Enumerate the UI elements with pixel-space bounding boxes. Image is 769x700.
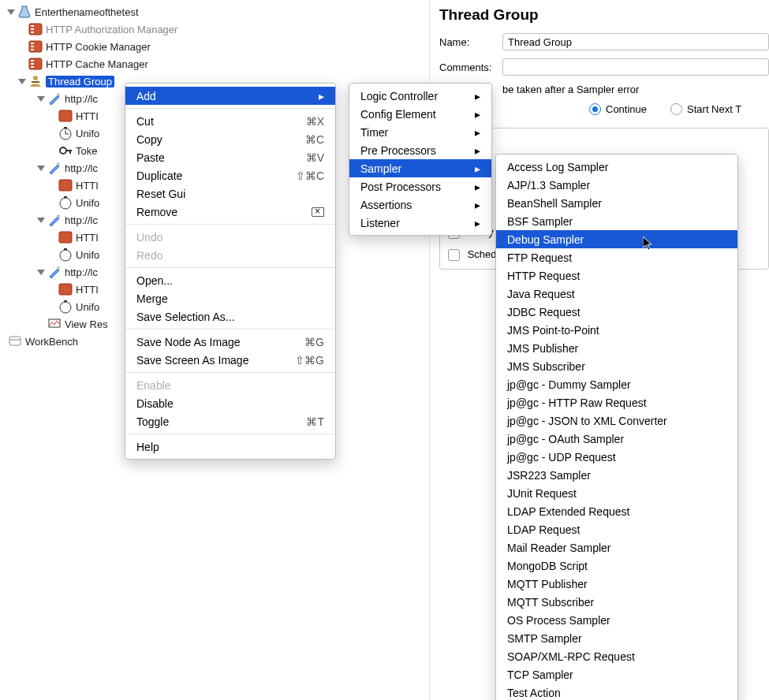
- chevron-down-icon[interactable]: [6, 7, 16, 17]
- chevron-down-icon[interactable]: [36, 94, 46, 103]
- menu-remove[interactable]: Remove: [125, 203, 335, 221]
- menu-save-node-image[interactable]: Save Node As Image⌘G: [125, 333, 335, 351]
- menu-post-processors[interactable]: Post Processors▸: [349, 177, 491, 195]
- menu-jpgc-json-xml[interactable]: jp@gc - JSON to XML Converter: [496, 411, 737, 430]
- shortcut: ⇧⌘G: [295, 354, 324, 367]
- svg-point-37: [57, 266, 60, 270]
- menu-jms-publisher[interactable]: JMS Publisher: [496, 339, 737, 357]
- svg-rect-38: [59, 284, 72, 295]
- svg-rect-18: [59, 110, 72, 121]
- comments-input[interactable]: [502, 58, 769, 76]
- tree-item[interactable]: HTTP Cookie Manager: [3, 38, 429, 55]
- menu-timer[interactable]: Timer▸: [349, 123, 491, 141]
- sampler-icon: [47, 91, 62, 106]
- menu-http-request[interactable]: HTTP Request: [496, 266, 737, 285]
- menu-soap-xmlrpc[interactable]: SOAP/XML-RPC Request: [496, 647, 737, 665]
- menu-ajp-sampler[interactable]: AJP/1.3 Sampler: [496, 176, 737, 194]
- menu-smtp-sampler[interactable]: SMTP Sampler: [496, 629, 737, 647]
- menu-beanshell-sampler[interactable]: BeanShell Sampler: [496, 194, 737, 212]
- name-input[interactable]: [502, 33, 769, 50]
- radio-label: Start Next T: [687, 103, 741, 115]
- menu-jms-subscriber[interactable]: JMS Subscriber: [496, 357, 737, 375]
- radio-start-next[interactable]: Start Next T: [670, 103, 741, 115]
- svg-marker-26: [37, 166, 45, 171]
- menu-debug-sampler[interactable]: Debug Sampler: [496, 230, 737, 248]
- menu-label: Duplicate: [136, 169, 182, 182]
- menu-label: Redo: [136, 249, 162, 262]
- menu-separator: [125, 329, 335, 330]
- chevron-down-icon[interactable]: [36, 267, 46, 277]
- menu-add[interactable]: Add ▸: [125, 87, 335, 105]
- menu-assertions[interactable]: Assertions▸: [349, 195, 491, 214]
- chevron-right-icon: ▸: [319, 90, 324, 102]
- menu-jsr223-sampler[interactable]: JSR223 Sampler: [496, 466, 737, 484]
- tree-item[interactable]: HTTP Authorization Manager: [3, 20, 429, 38]
- tree-label: HTTP Cache Manager: [46, 58, 148, 70]
- shortcut: ⌘T: [306, 415, 324, 428]
- menu-save-screen-image[interactable]: Save Screen As Image⇧⌘G: [125, 351, 335, 369]
- menu-open[interactable]: Open...: [125, 271, 335, 289]
- svg-rect-2: [31, 25, 34, 27]
- menu-test-action[interactable]: Test Action: [496, 683, 737, 700]
- menu-disable[interactable]: Disable: [125, 394, 335, 412]
- menu-pre-processors[interactable]: Pre Processors▸: [349, 141, 491, 159]
- tree-item-testplan[interactable]: Enterthenameofthetest: [3, 3, 429, 20]
- menu-label: Disable: [136, 397, 174, 410]
- menu-jpgc-dummy[interactable]: jp@gc - Dummy Sampler: [496, 375, 737, 393]
- menu-label: Test Action: [507, 687, 561, 699]
- tree-item[interactable]: HTTP Cache Manager: [3, 55, 429, 73]
- menu-label: Timer: [360, 126, 388, 139]
- svg-rect-4: [31, 32, 34, 33]
- menu-os-process-sampler[interactable]: OS Process Sampler: [496, 611, 737, 629]
- menu-copy[interactable]: Copy⌘C: [125, 130, 335, 148]
- menu-label: Assertions: [360, 199, 412, 211]
- menu-jdbc-request[interactable]: JDBC Request: [496, 303, 737, 321]
- menu-jms-ptp[interactable]: JMS Point-to-Point: [496, 321, 737, 339]
- menu-label: OS Process Sampler: [507, 614, 610, 627]
- menu-sampler[interactable]: Sampler▸: [349, 159, 491, 177]
- menu-ldap-request[interactable]: LDAP Request: [496, 520, 737, 538]
- radio-icon: [589, 103, 601, 115]
- menu-config-element[interactable]: Config Element▸: [349, 105, 491, 123]
- menu-label: Copy: [136, 133, 162, 146]
- chevron-down-icon[interactable]: [36, 215, 46, 225]
- delete-icon: [312, 207, 324, 217]
- menu-save-selection[interactable]: Save Selection As...: [125, 307, 335, 326]
- menu-jpgc-http-raw[interactable]: jp@gc - HTTP Raw Request: [496, 393, 737, 411]
- menu-ftp-request[interactable]: FTP Request: [496, 248, 737, 266]
- menu-tcp-sampler[interactable]: TCP Sampler: [496, 665, 737, 683]
- menu-cut[interactable]: Cut⌘X: [125, 112, 335, 130]
- menu-reset-gui[interactable]: Reset Gui: [125, 184, 335, 203]
- menu-merge[interactable]: Merge: [125, 289, 335, 307]
- menu-jpgc-oauth[interactable]: jp@gc - OAuth Sampler: [496, 430, 737, 448]
- chevron-down-icon[interactable]: [36, 163, 46, 173]
- menu-help[interactable]: Help: [125, 438, 335, 456]
- menu-mqtt-publisher[interactable]: MQTT Publisher: [496, 575, 737, 593]
- chevron-down-icon[interactable]: [17, 76, 27, 86]
- menu-duplicate[interactable]: Duplicate⇧⌘C: [125, 166, 335, 184]
- chevron-right-icon: ▸: [475, 144, 480, 157]
- thread-group-icon: [28, 74, 43, 88]
- menu-bsf-sampler[interactable]: BSF Sampler: [496, 212, 737, 230]
- menu-mail-reader[interactable]: Mail Reader Sampler: [496, 538, 737, 557]
- menu-mongodb-script[interactable]: MongoDB Script: [496, 557, 737, 575]
- menu-access-log-sampler[interactable]: Access Log Sampler: [496, 158, 737, 176]
- menu-listener[interactable]: Listener▸: [349, 214, 491, 232]
- menu-toggle[interactable]: Toggle⌘T: [125, 412, 335, 430]
- chevron-right-icon: ▸: [475, 199, 480, 211]
- radio-continue[interactable]: Continue: [589, 103, 647, 115]
- menu-logic-controller[interactable]: Logic Controller▸: [349, 87, 491, 105]
- menu-jpgc-udp[interactable]: jp@gc - UDP Request: [496, 448, 737, 466]
- menu-label: Listener: [360, 217, 400, 229]
- menu-java-request[interactable]: Java Request: [496, 285, 737, 303]
- tree-label: Enterthenameofthetest: [35, 6, 139, 18]
- menu-ldap-extended[interactable]: LDAP Extended Request: [496, 502, 737, 520]
- tree-label: HTTI: [76, 284, 99, 296]
- menu-paste[interactable]: Paste⌘V: [125, 148, 335, 166]
- menu-junit-request[interactable]: JUnit Request: [496, 484, 737, 502]
- svg-rect-11: [31, 63, 34, 65]
- svg-point-27: [57, 162, 60, 166]
- menu-mqtt-subscriber[interactable]: MQTT Subscriber: [496, 593, 737, 611]
- menu-label: Pre Processors: [360, 144, 436, 157]
- checkbox-scheduler[interactable]: [448, 249, 460, 261]
